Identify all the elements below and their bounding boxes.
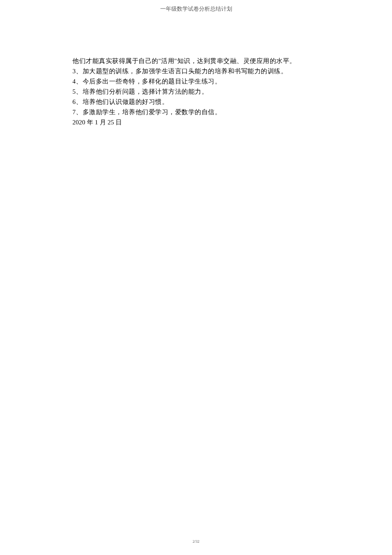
page-footer: 2/32 [0,539,392,543]
document-content: 他们才能真实获得属于自己的"活用"知识，达到贯串交融、灵便应用的水平。 3、加大… [0,13,392,127]
date-line: 2020 年 1 月 25 日 [72,117,349,127]
body-line: 3、加大题型的训练，多加强学生语言口头能力的培养和书写能力的训练。 [72,66,349,76]
date-year-suffix: 年 [85,119,95,126]
body-line: 4、今后多出一些奇特，多样化的题目让学生练习。 [72,76,349,86]
body-line: 7、多激励学生，培养他们爱学习，爱数学的自信。 [72,107,349,117]
page-header: 一年级数学试卷分析总结计划 [0,0,392,13]
page-total: 32 [196,539,199,543]
date-day-suffix: 日 [114,119,122,126]
date-year: 2020 [72,119,85,126]
body-line: 5、培养他们分析问题，选择计算方法的能力。 [72,86,349,97]
date-month-suffix: 月 [98,119,108,126]
date-day: 25 [108,119,114,126]
body-line: 6、培养他们认识做题的好习惯。 [72,97,349,107]
body-line: 他们才能真实获得属于自己的"活用"知识，达到贯串交融、灵便应用的水平。 [72,56,349,66]
date-month: 1 [95,119,98,126]
header-title: 一年级数学试卷分析总结计划 [160,6,232,12]
